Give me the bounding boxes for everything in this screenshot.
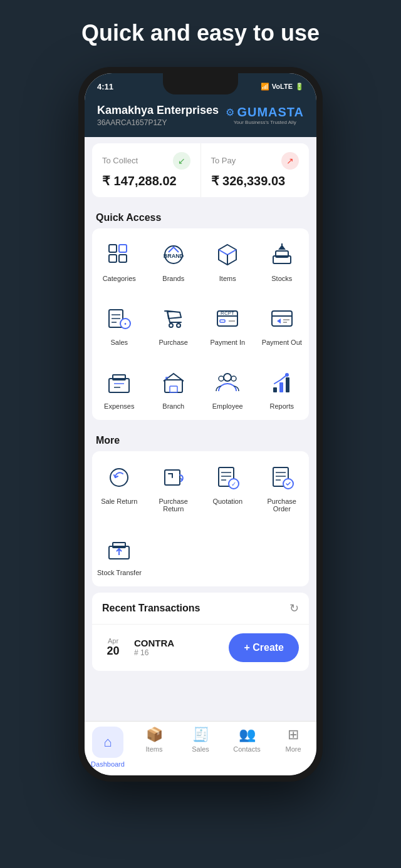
to-collect-label: To Collect xyxy=(102,156,138,165)
reports-icon xyxy=(266,366,298,399)
create-button[interactable]: + Create xyxy=(229,633,299,662)
svg-text:RCPT: RCPT xyxy=(221,310,234,316)
finance-cards: To Collect ↙ ₹ 147,288.02 To Pay ↗ ₹ 326… xyxy=(92,143,309,197)
nav-more[interactable]: ⊞ More xyxy=(270,727,316,768)
svg-rect-25 xyxy=(109,379,129,392)
svg-point-32 xyxy=(219,376,224,381)
more-quotation[interactable]: ✓ Quotation xyxy=(200,451,255,523)
status-time: 4:11 xyxy=(97,82,113,91)
quick-access-payment-in[interactable]: RCPT Payment In xyxy=(200,292,255,356)
quick-access-sales[interactable]: • Sales xyxy=(92,292,147,356)
more-purchase-order[interactable]: Purchase Order xyxy=(255,451,310,523)
svg-text:✓: ✓ xyxy=(231,481,236,488)
stock-transfer-label: Stock Transfer xyxy=(97,569,142,576)
quick-access-branch[interactable]: Branch xyxy=(147,356,201,420)
svg-point-31 xyxy=(224,374,231,381)
svg-point-37 xyxy=(285,373,289,377)
stocks-label: Stocks xyxy=(271,275,292,282)
sale-return-icon xyxy=(103,461,135,494)
svg-rect-2 xyxy=(119,245,127,252)
sale-return-label: Sale Return xyxy=(101,498,137,505)
categories-icon xyxy=(103,238,135,271)
payment-in-icon: RCPT xyxy=(211,302,244,335)
employee-label: Employee xyxy=(212,402,243,410)
items-label: Items xyxy=(219,275,236,282)
quick-access-employee[interactable]: Employee xyxy=(200,356,255,420)
quick-access-brands[interactable]: BRAND Brands xyxy=(147,228,201,292)
payment-out-label: Payment Out xyxy=(262,339,302,346)
recent-transactions-header: Recent Transactions ↻ xyxy=(92,593,309,625)
svg-rect-3 xyxy=(119,255,127,262)
more-grid: Sale Return Purchase Return xyxy=(92,451,309,523)
logo-subtitle: Your Business's Trusted Ally xyxy=(234,120,296,125)
transaction-row[interactable]: Apr 20 CONTRA # 16 + Create xyxy=(92,625,309,671)
purchase-return-label: Purchase Return xyxy=(152,498,196,513)
status-icons: 📶VoLTE🔋 xyxy=(261,83,304,91)
nav-sales[interactable]: 🧾 Sales xyxy=(177,727,224,768)
more-sale-return[interactable]: Sale Return xyxy=(92,451,147,523)
svg-rect-30 xyxy=(170,386,177,392)
quick-access-items[interactable]: Items xyxy=(200,228,255,292)
sales-icon: • xyxy=(103,302,135,335)
quick-access-payment-out[interactable]: Payment Out xyxy=(255,292,310,356)
nav-contacts[interactable]: 👥 Contacts xyxy=(224,727,270,768)
txn-date: Apr 20 xyxy=(102,637,124,658)
svg-rect-1 xyxy=(109,255,117,262)
categories-label: Categories xyxy=(103,275,136,282)
more-section: Sale Return Purchase Return xyxy=(92,451,309,586)
to-collect-amount: ₹ 147,288.02 xyxy=(102,173,190,188)
recent-transactions-section: Recent Transactions ↻ Apr 20 CONTRA # 16… xyxy=(92,593,309,671)
svg-rect-35 xyxy=(279,382,283,392)
quick-access-stocks[interactable]: Stocks xyxy=(255,228,310,292)
purchase-return-icon xyxy=(157,461,190,494)
reports-label: Reports xyxy=(269,402,294,410)
quotation-icon: ✓ xyxy=(211,461,244,494)
svg-point-15 xyxy=(177,324,180,327)
purchase-label: Purchase xyxy=(159,339,188,346)
more-stock-transfer[interactable]: Stock Transfer xyxy=(92,523,147,586)
refresh-icon[interactable]: ↻ xyxy=(289,601,299,615)
nav-more-label: More xyxy=(285,745,301,753)
employee-icon xyxy=(211,366,244,399)
quick-access-reports[interactable]: Reports xyxy=(255,356,310,420)
quick-access-expenses[interactable]: Expenses xyxy=(92,356,147,420)
quick-access-grid: Categories BRAND Brands xyxy=(92,228,309,420)
svg-rect-0 xyxy=(109,245,117,252)
svg-point-38 xyxy=(110,469,128,486)
purchase-order-label: Purchase Order xyxy=(260,498,305,513)
expenses-label: Expenses xyxy=(104,402,134,410)
items-icon xyxy=(211,238,244,271)
page-headline: Quick and easy to use xyxy=(81,19,320,48)
branch-icon xyxy=(157,366,190,399)
contacts-nav-icon: 👥 xyxy=(239,727,256,743)
svg-rect-18 xyxy=(220,320,225,322)
svg-rect-36 xyxy=(286,377,289,392)
purchase-icon xyxy=(157,302,190,335)
nav-dashboard-label: Dashboard xyxy=(91,760,125,768)
txn-num: # 16 xyxy=(134,648,229,657)
dashboard-nav-icon-bg: ⌂ xyxy=(92,727,123,758)
quick-access-purchase[interactable]: Purchase xyxy=(147,292,201,356)
more-purchase-return[interactable]: Purchase Return xyxy=(147,451,201,523)
app-logo: ⚙ GUMASTA Your Business's Trusted Ally xyxy=(226,105,304,125)
to-collect-card: To Collect ↙ ₹ 147,288.02 xyxy=(92,143,201,197)
nav-dashboard[interactable]: ⌂ Dashboard xyxy=(85,727,131,768)
brands-label: Brands xyxy=(162,275,184,282)
quick-access-categories[interactable]: Categories xyxy=(92,228,147,292)
payment-out-icon xyxy=(266,302,298,335)
nav-items[interactable]: 📦 Items xyxy=(131,727,177,768)
sales-nav-icon: 🧾 xyxy=(192,727,209,743)
branch-label: Branch xyxy=(162,402,184,410)
nav-contacts-label: Contacts xyxy=(233,745,260,753)
phone-notch xyxy=(163,73,238,94)
sales-label: Sales xyxy=(110,339,128,346)
to-pay-amount: ₹ 326,339.03 xyxy=(211,173,299,188)
quick-access-header: Quick Access xyxy=(85,203,316,228)
stocks-icon xyxy=(266,238,298,271)
nav-sales-label: Sales xyxy=(192,745,209,753)
recent-transactions-title: Recent Transactions xyxy=(102,603,200,614)
nav-items-label: Items xyxy=(146,745,163,753)
to-pay-card: To Pay ↗ ₹ 326,339.03 xyxy=(201,143,310,197)
to-pay-label: To Pay xyxy=(211,156,236,165)
svg-rect-21 xyxy=(272,311,292,326)
